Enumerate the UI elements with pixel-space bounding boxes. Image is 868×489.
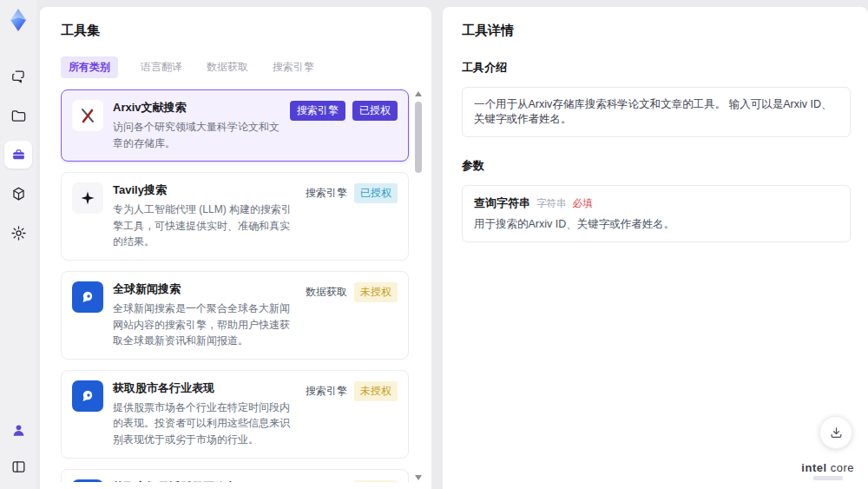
category-label: 数据获取 [306, 282, 347, 302]
param-type: 字符串 [536, 197, 567, 210]
panel-toggle-icon[interactable] [4, 453, 32, 480]
tool-list-panel: 工具集 所有类别 语言翻译 数据获取 搜索引擎 Arxiv文献搜索 访问各个研究… [40, 7, 431, 489]
intel-core-logo: intel core [801, 461, 854, 480]
tool-card-global-news[interactable]: 全球新闻搜索 全球新闻搜索是一个聚合全球各大新闻网站内容的搜索引擎，帮助用户快速… [61, 271, 409, 360]
tool-desc: 访问各个研究领域大量科学论文和文章的存储库。 [113, 119, 280, 151]
tool-name: Tavily搜索 [113, 182, 296, 198]
auth-badge: 已授权 [354, 183, 398, 203]
cube-icon[interactable] [4, 180, 32, 208]
tool-card-tavily[interactable]: Tavily搜索 专为人工智能代理 (LLM) 构建的搜索引擎工具，可快速提供实… [61, 172, 409, 261]
tool-desc: 专为人工智能代理 (LLM) 构建的搜索引擎工具，可快速提供实时、准确和真实的结… [113, 202, 296, 250]
page-title: 工具集 [61, 23, 423, 39]
tab-search-engine[interactable]: 搜索引擎 [271, 56, 316, 78]
auth-badge: 已授权 [352, 101, 398, 121]
tool-desc: 提供股票市场各个行业在特定时间段内的表现。投资者可以利用这些信息来识别表现优于或… [113, 400, 296, 448]
tool-name: 获取市场最活跃股票信息 [113, 479, 296, 482]
chat-icon[interactable] [4, 63, 32, 90]
scroll-thumb[interactable] [415, 102, 422, 173]
tab-all-categories[interactable]: 所有类别 [61, 56, 118, 78]
gear-icon[interactable] [4, 219, 32, 247]
auth-badge: 未授权 [354, 381, 398, 401]
category-badge: 搜索引擎 [290, 101, 345, 121]
tool-desc: 全球新闻搜索是一个聚合全球各大新闻网站内容的搜索引擎，帮助用户快速获取全球最新资… [113, 301, 296, 349]
blue-bot-icon [72, 380, 103, 412]
auth-badge: 未授权 [354, 480, 398, 482]
scroll-down-arrow[interactable] [415, 475, 422, 480]
intro-text: 一个用于从Arxiv存储库搜索科学论文和文章的工具。 输入可以是Arxiv ID… [474, 98, 832, 125]
tab-language-translation[interactable]: 语言翻译 [139, 56, 184, 78]
tool-card-most-active-stocks[interactable]: 获取市场最活跃股票信息 提供当天交易量最高的股票列表，投资者可以利用这些信息来识… [61, 469, 409, 482]
tool-card-arxiv[interactable]: Arxiv文献搜索 访问各个研究领域大量科学论文和文章的存储库。 搜索引擎 已授… [61, 89, 409, 162]
brand-intel: intel [801, 461, 826, 474]
rail-bottom [4, 416, 32, 480]
tab-data-fetch[interactable]: 数据获取 [205, 56, 250, 78]
params-heading: 参数 [462, 158, 851, 174]
category-label: 搜索引擎 [306, 480, 347, 482]
app-logo[interactable] [5, 7, 31, 33]
intro-heading: 工具介绍 [462, 60, 851, 76]
param-desc: 用于搜索的Arxiv ID、关键字或作者姓名。 [474, 217, 838, 232]
scroll-up-arrow[interactable] [415, 91, 422, 96]
param-required-badge: 必填 [573, 197, 593, 210]
user-icon[interactable] [4, 416, 32, 444]
category-label: 搜索引擎 [306, 183, 347, 203]
intro-box: 一个用于从Arxiv存储库搜索科学论文和文章的工具。 输入可以是Arxiv ID… [462, 87, 851, 137]
tool-list: Arxiv文献搜索 访问各个研究领域大量科学论文和文章的存储库。 搜索引擎 已授… [61, 89, 423, 482]
tool-name: 全球新闻搜索 [113, 281, 296, 297]
rail-nav [4, 63, 32, 247]
download-icon [829, 426, 844, 440]
param-name: 查询字符串 [474, 195, 530, 211]
tool-name: 获取股市各行业表现 [113, 380, 296, 396]
briefcase-icon[interactable] [4, 141, 32, 169]
download-button[interactable] [819, 416, 852, 449]
brand-subtext [813, 476, 843, 480]
list-scrollbar[interactable] [414, 91, 423, 480]
tool-detail-panel: 工具详情 工具介绍 一个用于从Arxiv存储库搜索科学论文和文章的工具。 输入可… [443, 7, 868, 489]
category-label: 搜索引擎 [306, 381, 347, 401]
blue-bot-icon [72, 281, 103, 313]
star-icon [72, 182, 103, 214]
auth-badge: 未授权 [354, 282, 398, 302]
blue-bot-icon [72, 479, 103, 482]
brand-core: core [831, 461, 854, 474]
detail-title: 工具详情 [462, 23, 851, 39]
tool-name: Arxiv文献搜索 [113, 100, 280, 116]
category-tabs: 所有类别 语言翻译 数据获取 搜索引擎 [61, 56, 423, 78]
icon-rail [0, 0, 36, 489]
folder-icon[interactable] [4, 102, 32, 129]
tool-card-sector-performance[interactable]: 获取股市各行业表现 提供股票市场各个行业在特定时间段内的表现。投资者可以利用这些… [61, 370, 409, 459]
param-box: 查询字符串 字符串 必填 用于搜索的Arxiv ID、关键字或作者姓名。 [462, 185, 851, 242]
arxiv-icon [72, 100, 103, 131]
